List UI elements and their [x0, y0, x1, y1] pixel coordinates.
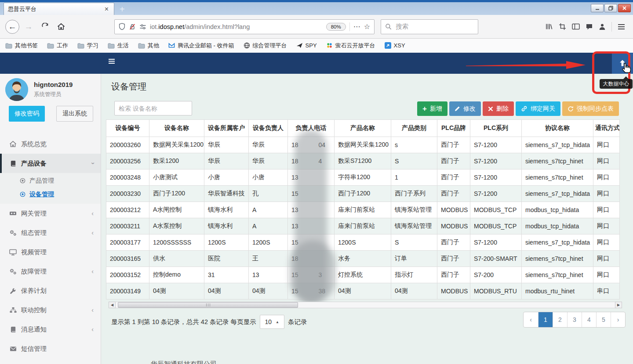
screenshot-icon[interactable] [559, 23, 566, 30]
device-search-input[interactable] [114, 101, 192, 115]
table-row[interactable]: 20000314904测04测04测153804测04测MODBUSMODBUS… [106, 283, 620, 299]
table-row[interactable]: 200003152控制demo3113153灯控系统指示灯西门子S7-200si… [106, 267, 620, 283]
url-bar[interactable]: iot.idosp.net/admin/index.html?lang 80% … [114, 19, 375, 34]
horizontal-scrollbar[interactable]: ◀ ▶ [109, 301, 622, 308]
tab-title: 思普云平台 [8, 5, 103, 13]
scroll-right-arrow[interactable]: ▶ [615, 302, 622, 308]
add-button[interactable]: +新增 [417, 101, 447, 116]
url-text[interactable]: iot.idosp.net/admin/index.html?lang [150, 23, 323, 30]
sidebar-item-sms-mgmt[interactable]: 短信管理 [0, 339, 101, 358]
bookmark-item-exmail[interactable]: 腾讯企业邮箱 - 收件箱 [168, 42, 234, 50]
tab-close-icon[interactable]: × [103, 6, 110, 13]
pagination-page-3[interactable]: 3 [567, 312, 582, 327]
sidebar-item-config-mgmt[interactable]: 组态管理‹ [0, 223, 101, 242]
page-actions-icon[interactable]: ⋯ [353, 22, 360, 31]
table-row[interactable]: 200003212A水闸控制镇海水利A13庙来门前泵站镇海泵站管理MODBUSM… [106, 202, 620, 218]
table-row[interactable]: 200003256数采1200华辰华辰184数采S71200S西门子S7-120… [106, 153, 620, 169]
sidebar-item-video-mgmt[interactable]: 视频管理 [0, 242, 101, 262]
table-row[interactable]: 2000031771200SSSSSS1200S1200S151200SS西门子… [106, 234, 620, 251]
bookmark-item-misc[interactable]: 其他 [138, 42, 159, 50]
pagination-next[interactable]: › [611, 312, 625, 327]
chat-bubble-icon[interactable] [586, 23, 593, 30]
table-cell: 西门子 [437, 137, 470, 153]
sidebar-toggle-icon[interactable] [572, 23, 580, 30]
pagination-page-2[interactable]: 2 [553, 312, 567, 327]
sidebar-item-label: 保养计划 [21, 287, 47, 295]
library-icon[interactable] [545, 23, 553, 30]
sidebar-item-product-mgmt[interactable]: 产品管理 [0, 174, 101, 187]
sidebar-item-product-device[interactable]: 产品设备‹ [0, 154, 101, 173]
sidebar-item-maintenance-plan[interactable]: 保养计划 [0, 281, 101, 300]
bookmark-item-ys7[interactable]: 萤石云开放平台 [326, 42, 375, 50]
insecure-lock-icon[interactable] [129, 23, 136, 30]
sidebar-item-device-mgmt[interactable]: 设备管理 [0, 187, 101, 201]
exmail-icon [168, 42, 175, 49]
permissions-icon[interactable] [139, 24, 146, 30]
table-cell: 供水 [149, 251, 204, 267]
table-cell: 200003177 [106, 234, 149, 251]
minimize-button[interactable] [591, 4, 604, 12]
new-tab-button[interactable]: + [120, 5, 125, 14]
edit-button[interactable]: 修改 [449, 101, 481, 116]
browser-tab[interactable]: 思普云平台 × [4, 3, 114, 15]
menu-icon[interactable] [618, 24, 625, 30]
force-sync-button[interactable]: 强制同步点表 [562, 101, 619, 116]
back-button[interactable]: ← [5, 20, 19, 34]
sidebar-item-gateway-mgmt[interactable]: 网关管理‹ [0, 204, 101, 223]
sidebar-item-fault-mgmt[interactable]: 故障管理‹ [0, 262, 101, 281]
restore-button[interactable] [604, 4, 617, 12]
table-cell: siemens_s7_tcp_hidata [522, 137, 593, 153]
pagination-page-4[interactable]: 4 [582, 312, 596, 327]
pagination-prev[interactable]: ‹ [524, 312, 538, 327]
account-icon[interactable] [599, 23, 606, 30]
delete-button[interactable]: 删除 [483, 101, 514, 116]
sidebar-item-overview[interactable]: 系统总览 [0, 134, 101, 154]
sidebar-collapse-icon[interactable] [108, 58, 115, 66]
scrollbar-thumb[interactable] [118, 302, 298, 308]
table-cell: MODBUS_TCP [470, 202, 522, 218]
button-label: 绑定网关 [531, 105, 555, 113]
sidebar-item-label: 系统总览 [21, 140, 47, 148]
scrollbar-track[interactable] [116, 302, 615, 308]
sitemap-icon [9, 307, 17, 313]
table-row[interactable]: 200003165供水医院王18水务订单西门子S7-200-SMARTsieme… [106, 251, 620, 267]
big-data-center-button[interactable] [612, 53, 633, 74]
shield-icon[interactable] [119, 23, 125, 30]
bookmark-item-mgmt-platform[interactable]: 综合管理平台 [244, 42, 287, 50]
chevron-left-icon: ‹ [91, 210, 94, 217]
scroll-left-arrow[interactable]: ◀ [109, 302, 116, 308]
change-password-button[interactable]: 修改密码 [9, 106, 45, 122]
sidebar-item-label: 消息通知 [21, 325, 47, 334]
pagination-page-1[interactable]: 1 [538, 312, 553, 327]
browser-search-bar[interactable]: 搜索 [381, 19, 478, 34]
logout-button[interactable]: 退出系统 [56, 106, 93, 122]
bind-gateway-button[interactable]: 绑定网关 [516, 101, 560, 116]
close-button[interactable] [618, 4, 631, 12]
bookmark-item-other-bookmarks[interactable]: 其他书签 [5, 42, 38, 50]
folder-icon [77, 43, 84, 49]
bookmark-item-work[interactable]: 工作 [47, 42, 68, 50]
sidebar-item-message-notify[interactable]: 消息通知‹ [0, 320, 101, 339]
app-window: hignton2019 系统管理员 修改密码退出系统 系统总览产品设备‹产品管理… [0, 53, 633, 364]
bookmark-item-xsy[interactable]: XSY [385, 42, 405, 49]
bookmark-item-study[interactable]: 学习 [77, 42, 98, 50]
table-cell: A [249, 202, 288, 218]
table-row[interactable]: 200003211A水泵控制镇海水利A13庙来门前泵站镇海泵站管理MODBUSM… [106, 218, 620, 234]
table-row[interactable]: 200003248小唐测试小唐小唐13字符串12001西门子S7-1200sie… [106, 169, 620, 186]
forward-button[interactable]: → [22, 20, 36, 34]
page-size-select[interactable]: 10 ▲ [260, 315, 285, 329]
sidebar-item-linkage-control[interactable]: 联动控制‹ [0, 300, 101, 320]
column-header: 设备负责人 [249, 120, 288, 137]
zoom-indicator[interactable]: 80% [326, 23, 346, 31]
sidebar-subitem-label: 设备管理 [29, 191, 54, 198]
column-header: PLC品牌 [437, 120, 470, 137]
bookmark-star-icon[interactable]: ☆ [364, 22, 370, 31]
bookmark-item-spy[interactable]: SPY [296, 42, 317, 49]
table-row[interactable]: 200003260数据网关采集1200华辰华辰1804数据网关采集1200s西门… [106, 137, 620, 153]
table-row[interactable]: 200003230西门子1200华辰智通科技孔15西门子1200西门子系列西门子… [106, 186, 620, 202]
reload-button[interactable] [38, 20, 52, 34]
home-button[interactable] [54, 20, 68, 34]
pagination-page-5[interactable]: 5 [596, 312, 611, 327]
bookmark-item-life[interactable]: 生活 [108, 42, 129, 50]
gears-icon [9, 268, 17, 275]
